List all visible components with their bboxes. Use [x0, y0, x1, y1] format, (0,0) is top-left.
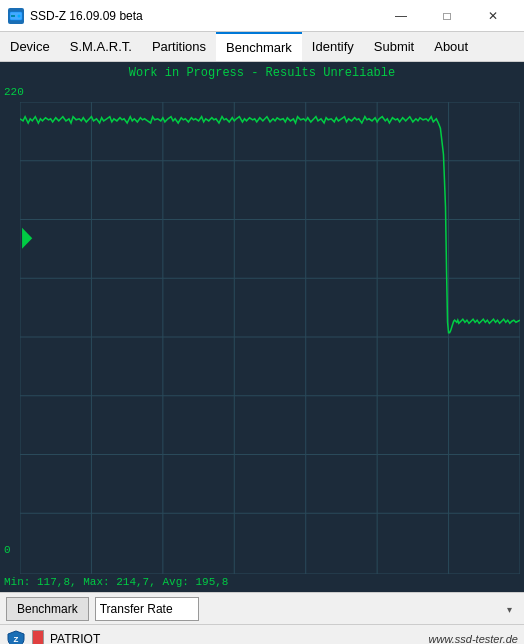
drive-color-indicator	[32, 630, 44, 645]
title-bar: SSD-Z 16.09.09 beta — □ ✕	[0, 0, 524, 32]
svg-text:Z: Z	[14, 635, 19, 644]
chart-area	[20, 102, 520, 574]
window-controls: — □ ✕	[378, 0, 516, 32]
status-bar: Z PATRIOT www.ssd-tester.de	[0, 624, 524, 644]
transfer-type-select[interactable]: Transfer RateRandom ReadRandom WriteAcce…	[95, 597, 199, 621]
menu-item-s-m-a-r-t-[interactable]: S.M.A.R.T.	[60, 32, 142, 61]
title-left: SSD-Z 16.09.09 beta	[8, 8, 143, 24]
maximize-button[interactable]: □	[424, 0, 470, 32]
svg-rect-1	[11, 15, 15, 17]
minimize-button[interactable]: —	[378, 0, 424, 32]
benchmark-button[interactable]: Benchmark	[6, 597, 89, 621]
close-button[interactable]: ✕	[470, 0, 516, 32]
menu-item-submit[interactable]: Submit	[364, 32, 424, 61]
svg-point-2	[18, 14, 21, 17]
menu-item-about[interactable]: About	[424, 32, 478, 61]
svg-marker-20	[22, 228, 32, 249]
menu-item-benchmark[interactable]: Benchmark	[216, 32, 302, 61]
select-wrapper: Transfer RateRandom ReadRandom WriteAcce…	[95, 597, 518, 621]
benchmark-toolbar: Benchmark Transfer RateRandom ReadRandom…	[0, 592, 524, 624]
benchmark-line	[20, 117, 520, 333]
y-axis-min: 0	[4, 544, 11, 556]
menu-item-identify[interactable]: Identify	[302, 32, 364, 61]
window-title: SSD-Z 16.09.09 beta	[30, 9, 143, 23]
y-axis-max: 220	[4, 86, 24, 98]
shield-icon: Z	[6, 629, 26, 645]
chart-container: Work in Progress - Results Unreliable 22…	[0, 62, 524, 592]
menu-item-partitions[interactable]: Partitions	[142, 32, 216, 61]
website-url: www.ssd-tester.de	[429, 633, 518, 645]
chart-stats: Min: 117,8, Max: 214,7, Avg: 195,8	[0, 574, 524, 592]
app-icon	[8, 8, 24, 24]
chevron-down-icon: ▾	[507, 603, 512, 614]
drive-name: PATRIOT	[50, 632, 423, 645]
chart-title: Work in Progress - Results Unreliable	[0, 62, 524, 82]
menu-bar: DeviceS.M.A.R.T.PartitionsBenchmarkIdent…	[0, 32, 524, 62]
menu-item-device[interactable]: Device	[0, 32, 60, 61]
chart-svg	[20, 102, 520, 574]
